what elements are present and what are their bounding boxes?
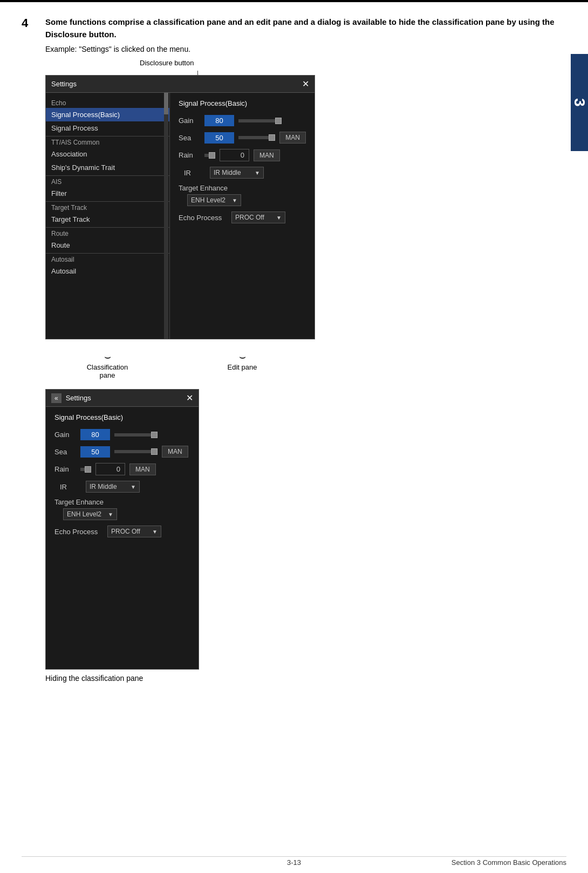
second-ir-value: IR Middle bbox=[90, 483, 117, 490]
second-echo-process-label: Echo Process bbox=[54, 528, 103, 536]
gain-slider-thumb bbox=[275, 118, 282, 124]
sea-value[interactable]: 50 bbox=[204, 132, 234, 144]
second-rain-man-button[interactable]: MAN bbox=[129, 463, 156, 475]
target-enhance-dropdown-icon: ▼ bbox=[232, 197, 237, 203]
second-settings-dialog: « Settings ✕ Signal Process(Basic) Gain … bbox=[45, 389, 199, 670]
echo-group: Echo Signal Process(Basic) Signal Proces… bbox=[46, 97, 169, 135]
first-dialog-container: Settings ✕ Echo Signal Process(Basic) Si… bbox=[45, 75, 315, 339]
brace-right: ⌣ bbox=[169, 351, 315, 360]
second-gain-row: Gain 80 bbox=[54, 429, 190, 440]
echo-process-label: Echo Process bbox=[179, 214, 227, 222]
second-target-enhance-label: Target Enhance bbox=[54, 498, 104, 506]
target-track-group: Target Track Target Track bbox=[46, 201, 169, 226]
second-rain-slider-thumb bbox=[85, 466, 91, 473]
edit-pane-label: Edit pane bbox=[169, 363, 315, 379]
second-sea-value[interactable]: 50 bbox=[80, 446, 110, 458]
gain-label: Gain bbox=[179, 117, 200, 125]
route-item[interactable]: Route bbox=[46, 238, 169, 252]
second-echo-process-dropdown-icon: ▼ bbox=[152, 529, 158, 535]
rain-label: Rain bbox=[179, 151, 200, 159]
filter-item[interactable]: Filter bbox=[46, 187, 169, 200]
footer-section-text: Section 3 Common Basic Operations bbox=[452, 858, 566, 867]
second-ir-select[interactable]: IR Middle ▼ bbox=[86, 481, 140, 493]
ir-label: IR bbox=[184, 169, 206, 177]
second-sea-row: Sea 50 MAN bbox=[54, 446, 190, 458]
second-rain-value[interactable]: 0 bbox=[95, 463, 125, 475]
second-echo-process-select[interactable]: PROC Off ▼ bbox=[107, 526, 161, 537]
target-enhance-label: Target Enhance bbox=[179, 184, 228, 192]
target-enhance-select[interactable]: ENH Level2 ▼ bbox=[187, 194, 241, 206]
second-gain-label: Gain bbox=[54, 431, 76, 439]
rain-value[interactable]: 0 bbox=[220, 149, 249, 161]
target-enhance-row: Target Enhance ENH Level2 ▼ bbox=[179, 184, 306, 206]
rain-slider[interactable] bbox=[204, 154, 215, 157]
signal-process-item[interactable]: Signal Process bbox=[46, 121, 169, 135]
step-text: Some functions comprise a classification… bbox=[45, 16, 556, 40]
second-dialog-body: Signal Process(Basic) Gain 80 Sea 50 bbox=[46, 407, 199, 669]
sea-slider-thumb bbox=[269, 134, 275, 141]
second-sea-man-button[interactable]: MAN bbox=[162, 446, 188, 458]
ais-header: AIS bbox=[46, 175, 169, 187]
second-target-enhance-select[interactable]: ENH Level2 ▼ bbox=[63, 508, 117, 520]
back-button[interactable]: « bbox=[51, 393, 61, 403]
first-dialog-titlebar: Settings ✕ bbox=[46, 76, 314, 93]
ir-value: IR Middle bbox=[214, 169, 241, 176]
first-dialog-body: Echo Signal Process(Basic) Signal Proces… bbox=[46, 93, 314, 339]
example-text: Example: "Settings" is clicked on the me… bbox=[45, 45, 556, 53]
second-rain-row: Rain 0 MAN bbox=[54, 463, 190, 475]
edit-pane-label-text: Edit pane bbox=[228, 363, 257, 371]
route-group: Route Route bbox=[46, 227, 169, 252]
echo-process-select[interactable]: PROC Off ▼ bbox=[231, 212, 285, 223]
second-sea-slider[interactable] bbox=[114, 450, 158, 453]
route-header: Route bbox=[46, 227, 169, 238]
second-dialog-container: « Settings ✕ Signal Process(Basic) Gain … bbox=[45, 389, 556, 670]
ir-row: IR IR Middle ▼ bbox=[184, 167, 306, 179]
step-number: 4 bbox=[22, 16, 37, 40]
scroll-indicator bbox=[164, 93, 168, 339]
second-gain-slider-thumb bbox=[151, 432, 158, 438]
first-settings-dialog: Settings ✕ Echo Signal Process(Basic) Si… bbox=[45, 75, 315, 339]
second-ir-dropdown-icon: ▼ bbox=[131, 484, 136, 490]
gain-slider[interactable] bbox=[238, 119, 282, 122]
rain-man-button[interactable]: MAN bbox=[254, 149, 280, 161]
classification-pane-label: Classificationpane bbox=[45, 363, 169, 379]
ships-dynamic-trait-item[interactable]: Ship's Dynamic Trait bbox=[46, 161, 169, 174]
second-sea-slider-thumb bbox=[151, 448, 158, 455]
section-tab: 3 bbox=[571, 54, 588, 151]
autosail-header: Autosail bbox=[46, 253, 169, 264]
edit-pane: Signal Process(Basic) Gain 80 Sea 50 bbox=[170, 93, 314, 339]
second-section-title: Signal Process(Basic) bbox=[54, 413, 190, 421]
ir-select[interactable]: IR Middle ▼ bbox=[210, 167, 264, 179]
ttais-header: TT/AIS Common bbox=[46, 136, 169, 147]
association-item[interactable]: Association bbox=[46, 147, 169, 161]
gain-value[interactable]: 80 bbox=[204, 115, 234, 126]
gain-row: Gain 80 bbox=[179, 115, 306, 126]
ir-dropdown-icon: ▼ bbox=[255, 170, 260, 176]
second-gain-value[interactable]: 80 bbox=[80, 429, 110, 440]
brace-label-row: Classificationpane Edit pane bbox=[45, 363, 315, 379]
target-track-item[interactable]: Target Track bbox=[46, 213, 169, 226]
classification-label-text: Classificationpane bbox=[87, 363, 128, 379]
second-echo-process-row: Echo Process PROC Off ▼ bbox=[54, 526, 190, 537]
rain-slider-thumb bbox=[209, 152, 215, 159]
edit-pane-title: Signal Process(Basic) bbox=[179, 99, 306, 107]
brace-left: ⌣ bbox=[45, 351, 169, 360]
page-footer: 3-13 Section 3 Common Basic Operations bbox=[22, 856, 566, 862]
signal-process-basic-item[interactable]: Signal Process(Basic) bbox=[46, 108, 169, 121]
sea-man-button[interactable]: MAN bbox=[279, 132, 306, 144]
disclosure-label: Disclosure button bbox=[140, 59, 194, 67]
scroll-thumb bbox=[164, 93, 168, 114]
second-rain-slider[interactable] bbox=[80, 468, 91, 471]
hiding-label: Hiding the classification pane bbox=[45, 674, 556, 683]
autosail-item[interactable]: Autosail bbox=[46, 264, 169, 278]
echo-process-dropdown-icon: ▼ bbox=[276, 215, 282, 221]
second-rain-label: Rain bbox=[54, 465, 76, 473]
second-gain-slider[interactable] bbox=[114, 433, 158, 436]
ttais-group: TT/AIS Common Association Ship's Dynamic… bbox=[46, 136, 169, 174]
second-dialog-close-button[interactable]: ✕ bbox=[186, 393, 193, 403]
first-dialog-close-button[interactable]: ✕ bbox=[302, 79, 309, 89]
top-border bbox=[0, 0, 588, 2]
sea-slider[interactable] bbox=[238, 136, 275, 139]
second-echo-process-value: PROC Off bbox=[111, 528, 140, 535]
ais-group: AIS Filter bbox=[46, 175, 169, 200]
